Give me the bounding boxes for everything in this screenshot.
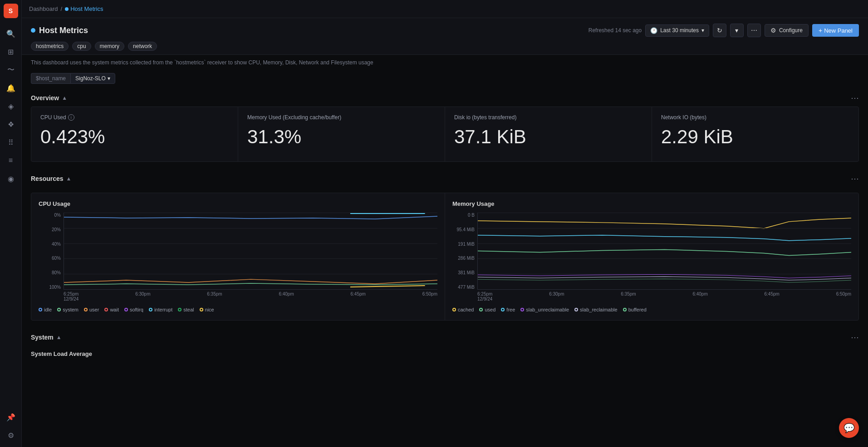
overview-section-header: Overview ▲ ⋯ <box>22 88 868 107</box>
more-options-button[interactable]: ⋯ <box>747 24 761 37</box>
legend-free: free <box>501 307 515 312</box>
stat-card-network: Network IO (bytes) 2.29 KiB <box>652 107 858 161</box>
cpu-chart-title: CPU Usage <box>39 200 437 207</box>
stat-value-cpu: 0.423% <box>40 126 229 148</box>
cpu-ylabel-3: 40% <box>39 242 64 247</box>
legend-dot-slab-unreclaimable <box>520 308 524 311</box>
refresh-options-button[interactable]: ▾ <box>730 24 744 37</box>
memory-chart-title: Memory Usage <box>452 200 851 207</box>
memory-xaxis: 6:25pm12/9/24 6:30pm 6:35pm 6:40pm 6:45p… <box>477 290 851 303</box>
tag-memory[interactable]: memory <box>95 42 124 51</box>
tag-cpu[interactable]: cpu <box>72 42 91 51</box>
memory-ylabel-1: 381 MiB <box>452 270 477 275</box>
sidebar-icon-activity[interactable]: 〜 <box>3 62 19 78</box>
cpu-plot <box>64 213 437 290</box>
sidebar-icon-alert[interactable]: 🔔 <box>3 80 19 96</box>
dashboard-description: This dashboard uses the system metrics c… <box>22 55 868 70</box>
sidebar-icon-grid[interactable]: ⠿ <box>3 134 19 151</box>
resources-chevron-icon: ▲ <box>66 175 72 182</box>
resources-section-header: Resources ▲ ⋯ <box>22 169 868 187</box>
dashboard-area: Host Metrics Refreshed 14 sec ago 🕐 Last… <box>22 18 868 447</box>
filter-label: $host_name <box>31 73 70 84</box>
tag-network[interactable]: network <box>128 42 157 51</box>
legend-cached: cached <box>452 307 474 312</box>
overview-section-title[interactable]: Overview ▲ <box>31 94 67 102</box>
sidebar-icon-integrations[interactable]: ❖ <box>3 116 19 132</box>
legend-dot-softirq <box>124 308 128 311</box>
legend-dot-interrupt <box>149 308 152 311</box>
legend-softirq: softirq <box>124 307 143 312</box>
sidebar-icon-dashboard[interactable]: ⊞ <box>3 44 19 60</box>
title-row: Host Metrics Refreshed 14 sec ago 🕐 Last… <box>31 24 859 37</box>
dashboard-controls: Refreshed 14 sec ago 🕐 Last 30 minutes ▾… <box>588 24 859 37</box>
mem-grid-3 <box>478 258 851 259</box>
legend-dot-used <box>479 308 483 311</box>
system-menu-button[interactable]: ⋯ <box>851 332 859 342</box>
resources-section-title[interactable]: Resources ▲ <box>31 175 71 182</box>
configure-button[interactable]: ⚙ Configure <box>765 24 809 37</box>
memory-legend: cached used free slab_unreclaimable <box>452 307 851 312</box>
sidebar-icon-list[interactable]: ≡ <box>3 152 19 169</box>
overview-menu-button[interactable]: ⋯ <box>851 93 859 103</box>
stat-title-memory: Memory Used (Excluding cache/buffer) <box>247 114 436 121</box>
legend-dot-slab-reclaimable <box>574 308 578 311</box>
stat-value-disk: 37.1 KiB <box>454 126 642 148</box>
breadcrumb-dot <box>65 7 69 11</box>
memory-ylabel-3: 191 MiB <box>452 242 477 247</box>
sidebar: S 🔍 ⊞ 〜 🔔 ◈ ❖ ⠿ ≡ ◉ 📌 ⚙ <box>0 0 22 447</box>
cpu-xlabel-1: 6:30pm <box>135 292 150 296</box>
cpu-grid-4 <box>64 274 437 274</box>
system-section-title[interactable]: System ▲ <box>31 334 62 341</box>
mem-xlabel-2: 6:35pm <box>621 292 636 296</box>
stat-title-cpu: CPU Used i <box>40 114 229 121</box>
legend-used: used <box>479 307 495 312</box>
legend-dot-buffered <box>623 308 627 311</box>
info-icon-cpu[interactable]: i <box>68 114 74 121</box>
sidebar-icon-settings[interactable]: ⚙ <box>3 427 19 443</box>
legend-dot-cached <box>452 308 456 311</box>
legend-wait: wait <box>104 307 119 312</box>
mem-xlabel-1: 6:30pm <box>549 292 564 296</box>
cpu-xlabel-4: 6:45pm <box>351 292 366 296</box>
sidebar-icon-pin[interactable]: 📌 <box>3 409 19 425</box>
time-range-button[interactable]: 🕐 Last 30 minutes ▾ <box>645 24 709 37</box>
mem-grid-0 <box>478 213 851 213</box>
breadcrumb-current: Host Metrics <box>65 5 103 12</box>
mem-xlabel-4: 6:45pm <box>765 292 780 296</box>
app-logo[interactable]: S <box>4 4 18 18</box>
mem-grid-4 <box>478 274 851 274</box>
sidebar-icon-search[interactable]: 🔍 <box>3 25 19 42</box>
legend-interrupt: interrupt <box>149 307 172 312</box>
filter-row: $host_name SigNoz-SLO ▾ <box>22 70 868 88</box>
cpu-xaxis: 6:25pm12/9/24 6:30pm 6:35pm 6:40pm 6:45p… <box>64 290 437 303</box>
chat-fab-button[interactable]: 💬 <box>839 418 859 438</box>
legend-nice: nice <box>200 307 214 312</box>
refresh-button[interactable]: ↻ <box>713 24 726 37</box>
breadcrumb-dashboard[interactable]: Dashboard <box>29 5 58 12</box>
memory-yaxis: 477 MiB 381 MiB 286 MiB 191 MiB 95.4 MiB… <box>452 213 477 290</box>
sidebar-icon-telescope[interactable]: ◉ <box>3 170 19 187</box>
new-panel-button[interactable]: + New Panel <box>812 24 859 37</box>
sidebar-icon-services[interactable]: ◈ <box>3 98 19 114</box>
legend-system: system <box>57 307 78 312</box>
tag-hostmetrics[interactable]: hostmetrics <box>31 42 69 51</box>
system-chevron-icon: ▲ <box>56 334 62 340</box>
topbar: Dashboard / Host Metrics <box>22 0 868 18</box>
filter-value[interactable]: SigNoz-SLO ▾ <box>70 73 115 84</box>
filter-chevron-icon: ▾ <box>108 75 110 82</box>
cpu-xlabel-2: 6:35pm <box>207 292 222 296</box>
mem-xlabel-3: 6:40pm <box>692 292 707 296</box>
cpu-legend: idle system user wait <box>39 307 437 312</box>
legend-slab-unreclaimable: slab_unreclaimable <box>520 307 569 312</box>
overview-cards: CPU Used i 0.423% Memory Used (Excluding… <box>31 107 859 162</box>
mem-xlabel-5: 6:50pm <box>836 292 851 296</box>
cpu-chart-panel: CPU Usage 100% 80% 60% 40% 20% 0% <box>31 193 445 320</box>
memory-chart-area: 477 MiB 381 MiB 286 MiB 191 MiB 95.4 MiB… <box>452 213 851 303</box>
cpu-grid-3 <box>64 258 437 259</box>
overview-chevron-icon: ▲ <box>62 95 67 101</box>
legend-slab-reclaimable: slab_reclaimable <box>574 307 618 312</box>
resources-menu-button[interactable]: ⋯ <box>851 174 859 184</box>
memory-ylabel-4: 95.4 MiB <box>452 227 477 232</box>
refreshed-text: Refreshed 14 sec ago <box>588 27 642 34</box>
mem-grid-1 <box>478 228 851 228</box>
